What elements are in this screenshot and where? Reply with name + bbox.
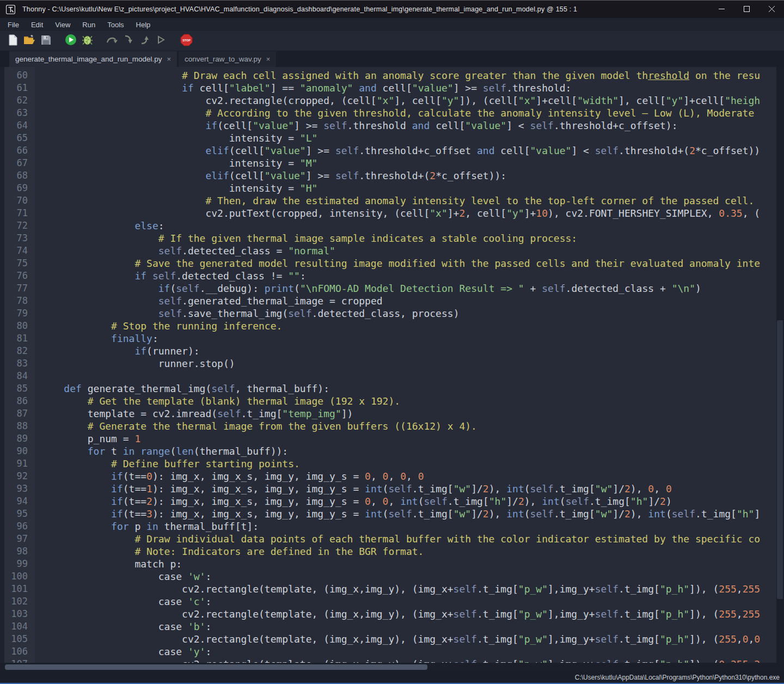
line-number: 104 xyxy=(4,620,35,633)
window-controls xyxy=(709,1,784,18)
save-button[interactable] xyxy=(39,34,52,48)
code-line: if self.detected_class != "": xyxy=(40,270,784,282)
code-line: cv2.rectangle(template, (img_x,img_y), (… xyxy=(40,633,784,645)
code-line: cv2.putText(cropped, intensity, (cell["x… xyxy=(40,207,784,219)
code-line: cv2.rectangle(template, (img_x,img_y), (… xyxy=(40,658,784,663)
minimize-icon xyxy=(719,5,725,14)
line-number: 88 xyxy=(4,420,35,432)
code-line: self.generated_thermal_image = cropped xyxy=(40,295,784,307)
code-line: # If the given thermal image sample indi… xyxy=(40,232,784,245)
line-number: 105 xyxy=(4,633,35,645)
menu-item-view[interactable]: View xyxy=(49,21,76,29)
code-line xyxy=(40,370,784,382)
line-number: 66 xyxy=(4,144,35,157)
code-line: def generate_thermal_img(self, thermal_b… xyxy=(40,382,784,395)
code-line: # Note: Indicators are defined in the BG… xyxy=(40,545,784,558)
svg-text:STOP: STOP xyxy=(182,38,191,41)
tab-close-icon[interactable]: × xyxy=(266,55,271,63)
step-out-icon xyxy=(140,35,150,47)
code-line: intensity = "M" xyxy=(40,157,784,169)
code-line: self.save_thermal_img(self.detected_clas… xyxy=(40,307,784,320)
horizontal-scrollbar[interactable] xyxy=(0,663,784,671)
new-file-button[interactable] xyxy=(7,34,20,48)
open-file-button[interactable] xyxy=(23,34,36,48)
code-line: # Then, draw the estimated anomaly inten… xyxy=(40,194,784,207)
line-number: 61 xyxy=(4,82,35,94)
menu-item-help[interactable]: Help xyxy=(130,21,157,29)
step-into-button[interactable] xyxy=(122,34,135,48)
code-line: cv2.rectangle(template, (img_x,img_y), (… xyxy=(40,608,784,620)
menu-item-tools[interactable]: Tools xyxy=(101,21,130,29)
tab-convert_raw_to_wav.py[interactable]: convert_raw_to_wav.py× xyxy=(179,51,276,67)
line-number: 93 xyxy=(4,483,35,495)
code-line: elif(cell["value"] >= self.threshold+c_o… xyxy=(40,144,784,157)
line-number: 84 xyxy=(4,370,35,382)
line-number: 74 xyxy=(4,245,35,257)
thonny-window: Thonny - C:\Users\kutlu\New E\z_pictures… xyxy=(0,0,784,684)
code-line: elif(cell["value"] >= self.threshold+(2*… xyxy=(40,169,784,182)
stop-button[interactable]: STOP xyxy=(180,34,193,48)
debug-button[interactable] xyxy=(81,34,94,48)
code-line: match p: xyxy=(40,558,784,570)
close-button[interactable] xyxy=(759,1,784,18)
tab-close-icon[interactable]: × xyxy=(167,55,171,63)
maximize-button[interactable] xyxy=(734,1,759,18)
code-line: for t in range(len(thermal_buff)): xyxy=(40,445,784,457)
step-over-button[interactable] xyxy=(106,34,119,48)
code-line: else: xyxy=(40,219,784,232)
toolbar: STOP xyxy=(0,31,784,51)
run-button[interactable] xyxy=(64,34,77,48)
code-line: # Generate the thermal image from the gi… xyxy=(40,420,784,432)
menu-item-run[interactable]: Run xyxy=(76,21,101,29)
horizontal-scrollbar-thumb[interactable] xyxy=(5,664,427,670)
line-number: 95 xyxy=(4,508,35,520)
vertical-scrollbar[interactable] xyxy=(776,67,784,663)
minimize-button[interactable] xyxy=(709,1,734,18)
line-number: 62 xyxy=(4,94,35,107)
vertical-scrollbar-thumb[interactable] xyxy=(777,320,783,599)
step-into-icon xyxy=(124,35,133,47)
line-number: 106 xyxy=(4,645,35,658)
close-icon xyxy=(769,5,775,14)
code-line: if(runner): xyxy=(40,345,784,357)
code-line: # Get the template (blank) thermal image… xyxy=(40,395,784,407)
line-number: 100 xyxy=(4,570,35,583)
code-line: # According to the given threshold, calc… xyxy=(40,107,784,119)
code-line: if(self.__debug): print("\nFOMO-AD Model… xyxy=(40,282,784,295)
line-number: 79 xyxy=(4,307,35,320)
code-line: if(cell["value"] >= self.threshold and c… xyxy=(40,119,784,132)
line-number: 63 xyxy=(4,107,35,119)
resume-button[interactable] xyxy=(155,34,168,48)
code-line: if(t==0): img_x, img_x_s, img_y, img_y_s… xyxy=(40,470,784,483)
step-out-button[interactable] xyxy=(138,34,151,48)
interpreter-path: C:\Users\kutlu\AppData\Local\Programs\Py… xyxy=(575,674,780,681)
tab-generate_thermal_image_and_run_model.py[interactable]: generate_thermal_image_and_run_model.py× xyxy=(9,51,177,67)
code-line: finally: xyxy=(40,332,784,345)
line-number: 65 xyxy=(4,132,35,144)
resume-icon xyxy=(156,35,166,47)
code-line: # Define buffer starting points. xyxy=(40,457,784,470)
debug-bug-icon xyxy=(82,34,93,48)
line-number: 67 xyxy=(4,157,35,169)
code-line: # Draw individual data points of each th… xyxy=(40,533,784,545)
line-number: 72 xyxy=(4,219,35,232)
line-number: 89 xyxy=(4,432,35,445)
line-number: 103 xyxy=(4,608,35,620)
menu-item-file[interactable]: File xyxy=(2,21,25,29)
line-number: 91 xyxy=(4,457,35,470)
editor[interactable]: 6061626364656667686970717273747576777879… xyxy=(0,67,784,663)
line-number: 68 xyxy=(4,169,35,182)
line-number: 80 xyxy=(4,320,35,332)
open-folder-icon xyxy=(23,35,35,47)
line-number: 64 xyxy=(4,119,35,132)
line-number: 92 xyxy=(4,470,35,483)
code-lines[interactable]: # Draw each cell assigned with an anomal… xyxy=(35,67,784,663)
line-number: 77 xyxy=(4,282,35,295)
code-line: # Draw each cell assigned with an anomal… xyxy=(40,69,784,82)
line-number: 83 xyxy=(4,357,35,370)
code-line: self.detected_class = "normal" xyxy=(40,245,784,257)
menu-item-edit[interactable]: Edit xyxy=(25,21,49,29)
line-number: 70 xyxy=(4,194,35,207)
maximize-icon xyxy=(744,5,750,14)
line-number: 75 xyxy=(4,257,35,270)
